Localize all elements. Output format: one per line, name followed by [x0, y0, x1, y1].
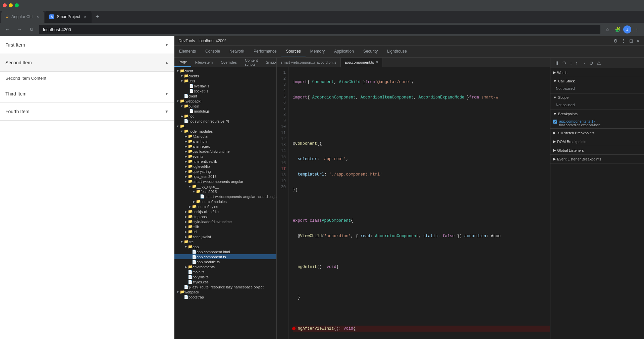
tree-item-environments[interactable]: ▶📁environments [174, 264, 276, 269]
tab-network[interactable]: Network [225, 46, 249, 57]
editor-tab-app-component[interactable]: app.component.ts × [341, 58, 382, 67]
tab-application[interactable]: Application [329, 46, 359, 57]
tree-item-css-loader[interactable]: ▶📁css-loader/dist/runtime [174, 149, 276, 154]
tree-item-ansi-regex[interactable]: ▶📁ansi-regex [174, 144, 276, 149]
win-close-btn[interactable] [3, 3, 7, 7]
tree-item-clients[interactable]: ▼📁clients [174, 73, 276, 78]
tree-item-node-modules[interactable]: ▼📁node_modules [174, 129, 276, 134]
devtools-close-btn[interactable]: × [636, 38, 640, 44]
profile-button[interactable]: J [623, 25, 631, 33]
reload-button[interactable]: ↻ [27, 25, 36, 34]
accordion-header-first[interactable]: First Item ▼ [0, 36, 174, 54]
tree-item-app-component-html[interactable]: 📄app.component.html [174, 249, 276, 254]
tree-item-bootstrap[interactable]: 📄bootstrap [174, 294, 276, 299]
tree-item-hot[interactable]: ▶📁hot [174, 114, 276, 119]
bookmark-button[interactable]: ☆ [603, 25, 612, 34]
sources-filesystem-tab[interactable]: Filesystem [191, 58, 217, 67]
tree-item-overlay-js[interactable]: 📄overlay.js [174, 83, 276, 88]
sources-page-tab[interactable]: Page [174, 58, 191, 67]
scope-header[interactable]: ▼ Scope [550, 93, 644, 101]
dont-pause-exceptions-btn[interactable]: ⚠ [595, 60, 602, 66]
event-listener-header[interactable]: ▶ Event Listener Breakpoints [550, 155, 644, 163]
tab-performance[interactable]: Performance [249, 46, 281, 57]
accordion-header-second[interactable]: Second Item ▲ [0, 54, 174, 71]
tree-item-hot-sync[interactable]: 📄hot sync nonrecursive ^\| [174, 119, 276, 124]
tab-security[interactable]: Security [359, 46, 382, 57]
tree-item-smart-webcomponents[interactable]: ▼📁smart-webcomponents-angular [174, 179, 276, 184]
tab-smart-project[interactable]: A SmartProject × [45, 11, 91, 23]
tree-item-zone-js[interactable]: ▶📁zone.js/dist [174, 234, 276, 239]
deactivate-breakpoints-btn[interactable]: ⊘ [588, 60, 595, 66]
tree-item-module-js[interactable]: 📄module.js [174, 109, 276, 114]
tab-lighthouse[interactable]: Lighthouse [382, 46, 412, 57]
win-max-btn[interactable] [15, 3, 19, 7]
devtools-settings-btn[interactable]: ⚙ [613, 38, 619, 44]
tree-item-buildin[interactable]: ▼📁buildin [174, 104, 276, 109]
tree-item-dot[interactable]: ▼📁. [174, 124, 276, 129]
tree-item-loglevel[interactable]: ▶📁loglevel/lib [174, 164, 276, 169]
pause-resume-btn[interactable]: ⏸ [553, 60, 560, 66]
tab-console[interactable]: Console [201, 46, 225, 57]
breakpoint-checkbox-0[interactable] [553, 120, 557, 124]
tree-item-styles-css[interactable]: 📄styles.css [174, 279, 276, 284]
code-content[interactable]: 1 2 3 4 5 6 7 8 9 10 11 12 13 [277, 67, 550, 339]
tree-item-webpack-root[interactable]: ▼📁webpack [174, 289, 276, 294]
tab-close-angular[interactable]: × [35, 14, 40, 19]
menu-button[interactable]: ⋮ [633, 25, 641, 34]
tree-item-polyfills-ts[interactable]: 📄polyfills.ts [174, 274, 276, 279]
forward-button[interactable]: → [15, 25, 24, 34]
tree-item-html-entities[interactable]: ▶📁html-entities/lib [174, 159, 276, 164]
watch-header[interactable]: ▶ Watch [550, 68, 644, 77]
tree-item-url[interactable]: ▶📁url [174, 229, 276, 234]
sources-overrides-tab[interactable]: Overrides [217, 58, 241, 67]
tree-item-app-component-ts[interactable]: 📄app.component.ts [174, 254, 276, 259]
tree-item-app[interactable]: ▼📁app [174, 244, 276, 249]
tree-item-angular[interactable]: ▶📁@angular [174, 134, 276, 139]
xhr-breakpoints-header[interactable]: ▶ XHR/fetch Breakpoints [550, 129, 644, 137]
tree-item-style-loader[interactable]: ▶📁style-loader/dist/runtime [174, 219, 276, 224]
tree-item-app-module-ts[interactable]: 📄app.module.ts [174, 259, 276, 264]
tree-item-sockjs[interactable]: ▶📁sockjs-client/dist [174, 209, 276, 214]
global-listeners-header[interactable]: ▶ Global Listeners [550, 146, 644, 154]
extensions-button[interactable]: 🧩 [613, 25, 622, 34]
step-over-btn[interactable]: ↷ [561, 60, 568, 66]
dom-breakpoints-header[interactable]: ▶ DOM Breakpoints [550, 137, 644, 146]
tree-item-source-styles[interactable]: ▶📁source/styles [174, 204, 276, 209]
tree-item-events[interactable]: ▶📁events [174, 154, 276, 159]
tree-item-client[interactable]: ▼📁client [174, 68, 276, 73]
win-min-btn[interactable] [9, 3, 13, 7]
step-btn[interactable]: → [580, 60, 587, 66]
tree-item-smart-accordion-js[interactable]: 📄smart-webcomponents-angular-accordion.j… [174, 194, 276, 199]
devtools-undock-btn[interactable]: ⊡ [629, 38, 634, 44]
devtools-more-btn[interactable]: ⋮ [621, 38, 627, 44]
back-button[interactable]: ← [3, 25, 12, 34]
tree-item-querystring[interactable]: ▶📁querystring [174, 169, 276, 174]
editor-tab-close[interactable]: × [376, 60, 378, 64]
sources-snippets-tab[interactable]: Snippets [262, 58, 277, 67]
tree-item-rxjs[interactable]: ▶📁rxjs/_esm2015 [174, 174, 276, 179]
tree-item-source-modules[interactable]: ▶📁source/modules [174, 199, 276, 204]
accordion-header-third[interactable]: Third Item ▼ [0, 85, 174, 103]
tab-memory[interactable]: Memory [306, 46, 329, 57]
sources-content-scripts-tab[interactable]: Content scripts [241, 58, 262, 67]
tree-item-client-file[interactable]: 📄client [174, 93, 276, 98]
tab-elements[interactable]: Elements [174, 46, 201, 57]
tree-item-socket-js[interactable]: 📄socket.js [174, 88, 276, 93]
url-input[interactable] [39, 25, 600, 34]
tree-item-src[interactable]: ▼📁src [174, 239, 276, 244]
tree-item-strip-ansi[interactable]: ▶📁strip-ansi [174, 214, 276, 219]
tab-sources[interactable]: Sources [281, 46, 306, 57]
accordion-header-fourth[interactable]: Fourth Item ▼ [0, 103, 174, 120]
tree-item-tslib[interactable]: ▶📁tslib [174, 224, 276, 229]
tree-item-ansi-html[interactable]: ▶📁ansi-html [174, 139, 276, 144]
tree-item-main-ts[interactable]: 📄main.ts [174, 269, 276, 274]
call-stack-header[interactable]: ▼ Call Stack [550, 77, 644, 85]
editor-tab-accordion[interactable]: smart-webcompon...r-accordion.js [277, 58, 341, 67]
tree-item-utils[interactable]: ▼📁utils [174, 78, 276, 83]
tree-item-fesm2015[interactable]: ▼📁fesm2015 [174, 189, 276, 194]
breakpoints-header[interactable]: ▼ Breakpoints [550, 110, 644, 118]
tab-angular-cli[interactable]: ⚙ Angular CLI × [1, 11, 44, 23]
tree-item-lazy-route[interactable]: 📄$.lazy_route_resource lazy namespace ob… [174, 284, 276, 289]
tab-close-smart[interactable]: × [83, 14, 88, 19]
tree-item-webpack[interactable]: ▼📁(webpack) [174, 98, 276, 104]
